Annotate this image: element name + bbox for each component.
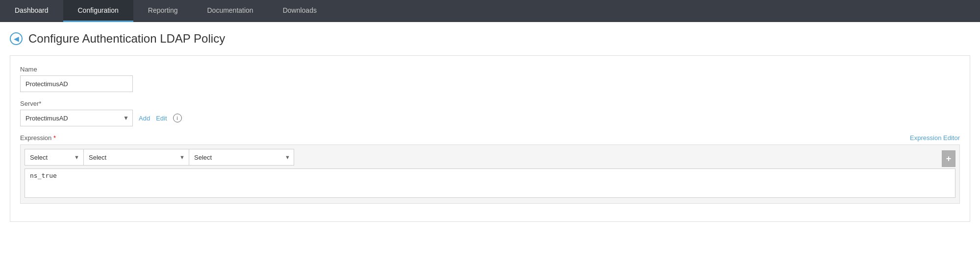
expression-builder: Select ▼ Select ▼ bbox=[20, 144, 960, 204]
expression-selects-and-btn: Select ▼ Select ▼ bbox=[25, 149, 955, 168]
form-panel: Name Server* ProtectimusAD ▼ Add Edit i bbox=[10, 55, 970, 222]
expression-header: Expression * Expression Editor bbox=[20, 134, 960, 142]
tab-reporting[interactable]: Reporting bbox=[133, 0, 193, 22]
name-group: Name bbox=[20, 66, 960, 92]
expression-editor-button[interactable]: Expression Editor bbox=[910, 134, 960, 142]
expr-select-2-wrapper: Select ▼ bbox=[83, 149, 189, 166]
expression-textarea[interactable]: ns_true bbox=[25, 168, 955, 198]
expression-section: Expression * Expression Editor Select ▼ bbox=[20, 134, 960, 204]
expression-select-1[interactable]: Select bbox=[25, 149, 83, 166]
server-select[interactable]: ProtectimusAD bbox=[20, 110, 133, 126]
add-button[interactable]: Add bbox=[139, 115, 150, 122]
tab-dashboard[interactable]: Dashboard bbox=[0, 0, 63, 22]
page-content: ◀ Configure Authentication LDAP Policy N… bbox=[0, 22, 980, 262]
expression-label: Expression * bbox=[20, 134, 56, 142]
expression-add-button[interactable]: + bbox=[942, 150, 955, 167]
server-select-wrapper: ProtectimusAD ▼ bbox=[20, 110, 133, 126]
expression-select-3[interactable]: Select bbox=[189, 149, 294, 166]
expression-select-2[interactable]: Select bbox=[83, 149, 189, 166]
page-title: Configure Authentication LDAP Policy bbox=[28, 32, 225, 46]
expression-required-marker: * bbox=[53, 134, 56, 142]
expr-select-1-wrapper: Select ▼ bbox=[25, 149, 83, 166]
server-group: Server* ProtectimusAD ▼ Add Edit i bbox=[20, 100, 960, 126]
expr-select-3-wrapper: Select ▼ bbox=[189, 149, 294, 166]
tab-downloads[interactable]: Downloads bbox=[268, 0, 331, 22]
server-label: Server* bbox=[20, 100, 960, 107]
name-input[interactable] bbox=[20, 75, 133, 92]
tab-configuration[interactable]: Configuration bbox=[63, 0, 133, 22]
server-controls: ProtectimusAD ▼ Add Edit i bbox=[20, 110, 960, 126]
tab-documentation[interactable]: Documentation bbox=[192, 0, 268, 22]
page-title-row: ◀ Configure Authentication LDAP Policy bbox=[10, 32, 970, 46]
back-button[interactable]: ◀ bbox=[10, 32, 23, 45]
edit-button[interactable]: Edit bbox=[156, 115, 167, 122]
name-label: Name bbox=[20, 66, 960, 73]
expression-add-icon: + bbox=[946, 154, 952, 164]
info-icon[interactable]: i bbox=[173, 114, 182, 122]
expression-selects-row: Select ▼ Select ▼ bbox=[25, 149, 294, 166]
nav-bar: Dashboard Configuration Reporting Docume… bbox=[0, 0, 980, 22]
